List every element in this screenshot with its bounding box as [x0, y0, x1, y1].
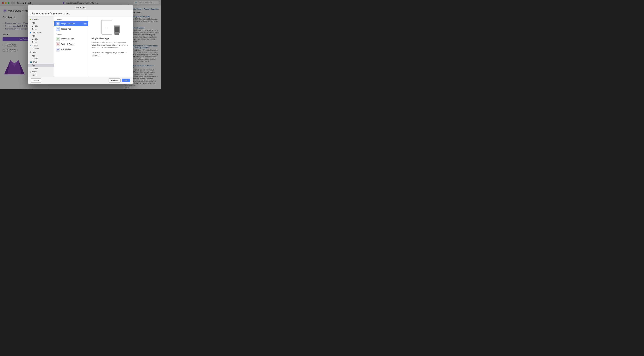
sidebar-cloud-general[interactable]: General [28, 47, 54, 50]
mac-icon: 🖥 [30, 51, 32, 53]
sidebar-dotnetcore[interactable]: ◉ .NET Core [28, 31, 54, 34]
tabbed-app-icon [56, 27, 60, 31]
template-group-games: Games [54, 33, 88, 36]
android-icon: ✦ [30, 18, 32, 20]
dialog-titlebar: New Project [28, 5, 133, 10]
sidebar-android-app[interactable]: App [28, 21, 54, 24]
template-detail-name: Single View App [92, 37, 130, 40]
sidebar-android-tests[interactable]: Tests [28, 27, 54, 31]
spritekit-icon [56, 42, 60, 46]
sidebar-dotnetcore-tests[interactable]: Tests [28, 40, 54, 44]
sidebar-other-net[interactable]: .NET [28, 73, 54, 77]
template-group-general: General [54, 18, 88, 21]
dotnetcore-icon: ◉ [30, 31, 32, 33]
svg-marker-9 [57, 49, 59, 50]
template-scenekit-game[interactable]: SceneKit Game [54, 36, 88, 41]
scenekit-icon [56, 37, 60, 41]
sidebar-other[interactable]: ◎ Other [28, 70, 54, 73]
template-preview: 1 [92, 20, 130, 35]
previous-button[interactable]: Previous [108, 78, 121, 82]
sidebar-dotnetcore-library[interactable]: Library [28, 37, 54, 40]
template-detail-desc: Creates a simple, one-page tvOS applicat… [92, 41, 130, 57]
svg-marker-8 [57, 43, 59, 45]
template-metal-game[interactable]: Metal Game [54, 47, 88, 52]
sidebar-android-library[interactable]: Library [28, 24, 54, 27]
sidebar-mac[interactable]: 🖥 Mac [28, 50, 54, 54]
template-single-view-app[interactable]: Single View App C# [54, 21, 88, 26]
dialog-body: ✦ Android App Library Tests ◉ .NET Core … [28, 16, 133, 77]
single-view-app-icon [56, 22, 60, 25]
sidebar-tvos-library[interactable]: Library [28, 67, 54, 70]
sidebar-tvos-app[interactable]: App [28, 64, 54, 67]
lang-badge-csharp: C# [84, 23, 87, 24]
next-button[interactable]: Next [122, 78, 130, 82]
tv-mockup [114, 25, 120, 35]
dialog-footer: Cancel Previous Next [28, 77, 133, 84]
cancel-button[interactable]: Cancel [31, 78, 41, 82]
other-icon: ◎ [30, 71, 32, 73]
sidebar-android[interactable]: ✦ Android [28, 18, 54, 21]
new-project-dialog: New Project Choose a template for your n… [28, 5, 133, 84]
svg-rect-6 [57, 29, 58, 30]
sidebar-mac-library[interactable]: Library [28, 57, 54, 60]
dialog-sidebar: ✦ Android App Library Tests ◉ .NET Core … [28, 16, 54, 77]
sidebar-cloud[interactable]: ☁ Cloud [28, 44, 54, 47]
template-detail: 1 Single View App Creat [88, 16, 133, 77]
cloud-icon: ☁ [30, 44, 32, 46]
sidebar-dotnetcore-app[interactable]: App [28, 34, 54, 37]
svg-rect-3 [57, 23, 58, 24]
svg-marker-7 [57, 38, 59, 40]
template-spritekit-game[interactable]: SpriteKit Game [54, 41, 88, 47]
metal-icon [56, 48, 60, 51]
tvos-icon: 📺 [30, 61, 32, 63]
dialog-subtitle: Choose a template for your new project [28, 10, 133, 16]
sidebar-tvos[interactable]: 📺 tvOS [28, 60, 54, 64]
phone-mockup: 1 [101, 20, 112, 35]
template-list: General Single View App C# [54, 16, 88, 77]
sidebar-mac-app[interactable]: App [28, 54, 54, 57]
svg-rect-5 [57, 28, 59, 29]
modal-overlay: New Project Choose a template for your n… [0, 0, 161, 89]
template-tabbed-app[interactable]: Tabbed App [54, 26, 88, 32]
